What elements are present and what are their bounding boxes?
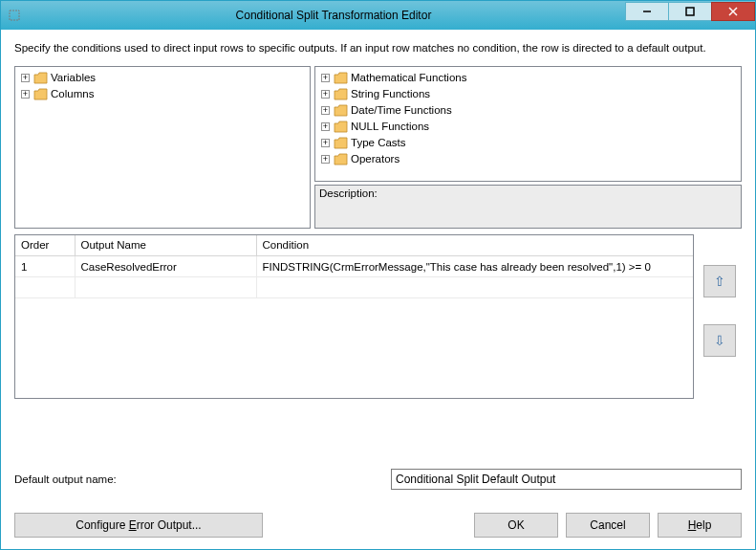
tree-item-operators[interactable]: + Operators xyxy=(317,151,739,167)
tree-item-label: Date/Time Functions xyxy=(351,104,452,116)
description-area xyxy=(319,201,737,226)
tree-item-columns[interactable]: + Columns xyxy=(17,86,308,102)
tree-item-type-casts[interactable]: + Type Casts xyxy=(317,135,739,151)
tree-item-null-functions[interactable]: + NULL Functions xyxy=(317,119,739,135)
help-button[interactable]: Help xyxy=(658,513,742,538)
ok-button[interactable]: OK xyxy=(474,513,558,538)
folder-icon xyxy=(334,152,349,165)
tree-item-label: String Functions xyxy=(351,88,430,99)
arrow-up-icon: ⇧ xyxy=(714,274,725,289)
svg-rect-0 xyxy=(10,11,19,20)
minimize-button[interactable] xyxy=(625,2,669,21)
expand-icon[interactable]: + xyxy=(21,74,30,82)
arrow-down-icon: ⇩ xyxy=(714,333,725,348)
expand-icon[interactable]: + xyxy=(321,90,330,99)
tree-item-label: Mathematical Functions xyxy=(351,72,466,83)
tree-item-label: Variables xyxy=(51,72,96,83)
table-row[interactable]: 1 CaseResolvedError FINDSTRING(CrmErrorM… xyxy=(15,256,693,277)
table-row-new[interactable] xyxy=(15,277,693,298)
col-header-order[interactable]: Order xyxy=(15,235,75,256)
app-icon xyxy=(7,8,22,23)
move-up-button[interactable]: ⇧ xyxy=(703,265,736,297)
folder-icon xyxy=(334,71,349,84)
description-label: Description: xyxy=(319,187,737,199)
cell-condition[interactable]: FINDSTRING(CrmErrorMessage,"This case ha… xyxy=(256,256,693,277)
tree-item-label: Type Casts xyxy=(351,137,406,148)
tree-item-variables[interactable]: + Variables xyxy=(17,70,308,86)
expand-icon[interactable]: + xyxy=(21,90,30,99)
folder-icon xyxy=(334,136,349,149)
move-down-button[interactable]: ⇩ xyxy=(703,324,736,357)
folder-icon xyxy=(334,87,349,100)
folder-icon xyxy=(33,71,49,84)
window-title: Conditional Split Transformation Editor xyxy=(41,9,626,22)
tree-item-datetime-functions[interactable]: + Date/Time Functions xyxy=(317,102,739,119)
functions-tree[interactable]: + Mathematical Functions + String Functi… xyxy=(314,66,742,182)
col-header-output-name[interactable]: Output Name xyxy=(75,235,256,256)
expand-icon[interactable]: + xyxy=(321,74,330,82)
cancel-button[interactable]: Cancel xyxy=(566,513,650,538)
tree-item-label: Columns xyxy=(51,88,94,99)
folder-icon xyxy=(334,103,349,117)
variables-columns-tree[interactable]: + Variables + Columns xyxy=(14,66,311,229)
tree-item-label: NULL Functions xyxy=(351,121,429,132)
description-panel: Description: xyxy=(314,185,742,229)
tree-item-label: Operators xyxy=(351,153,400,165)
tree-item-math-functions[interactable]: + Mathematical Functions xyxy=(317,70,739,86)
expand-icon[interactable]: + xyxy=(321,106,330,115)
expand-icon[interactable]: + xyxy=(321,122,330,131)
configure-error-output-button[interactable]: Configure Error Output... xyxy=(14,513,263,538)
cell-output-name[interactable]: CaseResolvedError xyxy=(75,256,256,277)
folder-icon xyxy=(334,120,349,133)
cell-order[interactable]: 1 xyxy=(15,256,75,277)
conditions-grid[interactable]: Order Output Name Condition 1 CaseResolv… xyxy=(14,234,694,399)
default-output-input[interactable] xyxy=(391,469,742,490)
tree-item-string-functions[interactable]: + String Functions xyxy=(317,86,739,102)
expand-icon[interactable]: + xyxy=(321,139,330,147)
window-titlebar: Conditional Split Transformation Editor xyxy=(1,1,755,30)
close-button[interactable] xyxy=(711,2,755,21)
default-output-label: Default output name: xyxy=(14,473,387,485)
expand-icon[interactable]: + xyxy=(321,155,330,164)
maximize-button[interactable] xyxy=(668,2,712,21)
svg-rect-2 xyxy=(686,8,694,15)
instruction-text: Specify the conditions used to direct in… xyxy=(14,41,742,56)
col-header-condition[interactable]: Condition xyxy=(256,235,693,256)
folder-icon xyxy=(33,87,49,100)
